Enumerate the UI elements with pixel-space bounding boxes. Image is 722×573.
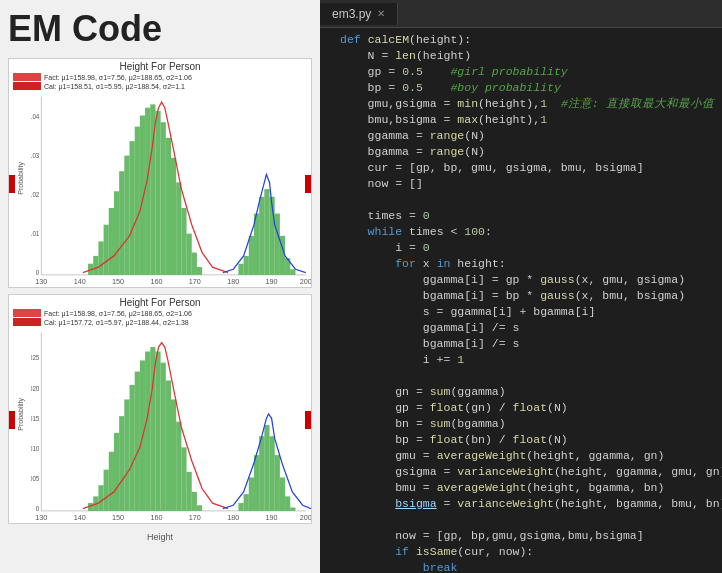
code-line: bn = sum(bgamma)	[320, 416, 722, 432]
chart2: Height For Person Fact: μ1=158.98, σ1=7.…	[8, 294, 312, 524]
svg-rect-79	[166, 380, 171, 510]
svg-rect-24	[135, 127, 140, 275]
chart1-svg: 130 140 150 160 170 180 190 200 0 0.01 0…	[31, 91, 311, 286]
svg-rect-22	[124, 156, 129, 275]
svg-rect-72	[130, 385, 135, 511]
chart2-title: Height For Person	[9, 295, 311, 308]
code-line: gn = sum(ggamma)	[320, 384, 722, 400]
code-line: now = []	[320, 176, 722, 192]
svg-rect-20	[114, 191, 119, 275]
code-line	[320, 368, 722, 384]
code-line: now = [gp, bp,gmu,gsigma,bmu,bsigma]	[320, 528, 722, 544]
svg-text:180: 180	[227, 277, 239, 286]
svg-text:150: 150	[112, 277, 124, 286]
svg-text:0.02: 0.02	[31, 191, 40, 198]
svg-rect-38	[244, 256, 249, 275]
svg-rect-44	[275, 214, 280, 275]
code-line: def calcEM(height):	[320, 32, 722, 48]
svg-rect-85	[197, 505, 202, 511]
x-axis-label: Height	[8, 532, 312, 542]
code-line: gmu = averageWeight(height, ggamma, gn)	[320, 448, 722, 464]
svg-text:200: 200	[300, 277, 311, 286]
code-line: bgamma[i] = bp * gauss(x, bmu, bsigma)	[320, 288, 722, 304]
svg-rect-89	[254, 455, 259, 511]
code-area[interactable]: def calcEM(height): N = len(height) gp =…	[320, 28, 722, 573]
svg-rect-37	[238, 264, 243, 275]
svg-rect-86	[238, 503, 243, 511]
code-line: break	[320, 560, 722, 573]
svg-rect-93	[275, 455, 280, 511]
code-line	[320, 512, 722, 528]
svg-rect-19	[109, 208, 114, 275]
svg-rect-67	[104, 470, 109, 511]
svg-rect-33	[181, 208, 186, 275]
chart1-legend1: Fact: μ1=158.98, σ1=7.56, μ2=188.65, σ2=…	[44, 74, 192, 81]
code-line: while times < 100:	[320, 224, 722, 240]
chart1-legend2: Cal: μ1=158.51, σ1=5.95, μ2=188.54, σ2=1…	[44, 83, 185, 90]
editor-tab[interactable]: em3.py ✕	[320, 3, 398, 25]
svg-rect-70	[119, 416, 124, 511]
code-line	[320, 192, 722, 208]
code-line: bsigma = varianceWeight(height, bgamma, …	[320, 496, 722, 512]
svg-rect-30	[166, 138, 171, 275]
svg-rect-47	[290, 269, 295, 275]
svg-text:130: 130	[35, 277, 47, 286]
svg-text:0.005: 0.005	[31, 475, 40, 482]
code-line: ggamma = range(N)	[320, 128, 722, 144]
code-line: if isSame(cur, now):	[320, 544, 722, 560]
svg-text:130: 130	[35, 513, 47, 522]
svg-text:190: 190	[266, 513, 278, 522]
svg-rect-34	[187, 234, 192, 275]
tab-bar: em3.py ✕	[320, 0, 722, 28]
svg-text:0.025: 0.025	[31, 354, 40, 361]
svg-text:200: 200	[300, 513, 311, 522]
svg-rect-16	[93, 256, 98, 275]
svg-rect-25	[140, 116, 145, 275]
code-line: gsigma = varianceWeight(height, ggamma, …	[320, 464, 722, 480]
svg-text:0.03: 0.03	[31, 152, 40, 159]
svg-text:0.04: 0.04	[31, 113, 40, 120]
svg-text:190: 190	[266, 277, 278, 286]
svg-rect-32	[176, 182, 181, 274]
chart2-ylabel: Probability	[17, 398, 24, 431]
svg-rect-66	[98, 485, 103, 511]
svg-rect-95	[285, 496, 290, 510]
code-line: N = len(height)	[320, 48, 722, 64]
page-title: EM Code	[8, 8, 312, 50]
svg-rect-68	[109, 452, 114, 511]
svg-rect-88	[249, 477, 254, 510]
svg-rect-42	[264, 189, 269, 275]
svg-rect-35	[192, 253, 197, 275]
svg-text:160: 160	[150, 277, 162, 286]
code-line: bgamma = range(N)	[320, 144, 722, 160]
svg-text:140: 140	[74, 277, 86, 286]
code-line: ggamma[i] = gp * gauss(x, gmu, gsigma)	[320, 272, 722, 288]
svg-rect-69	[114, 433, 119, 511]
svg-rect-36	[197, 267, 202, 275]
chart1-ylabel: Probability	[17, 162, 24, 195]
tab-close-icon[interactable]: ✕	[377, 8, 385, 19]
svg-rect-31	[171, 158, 176, 275]
code-line: for x in height:	[320, 256, 722, 272]
code-line: cur = [gp, bp, gmu, gsigma, bmu, bsigma]	[320, 160, 722, 176]
svg-text:0.01: 0.01	[31, 230, 40, 237]
svg-rect-96	[290, 508, 295, 511]
svg-rect-71	[124, 399, 129, 510]
svg-rect-87	[244, 494, 249, 511]
chart2-legend1: Fact: μ1=158.98, σ1=7.56, μ2=188.65, σ2=…	[44, 310, 192, 317]
svg-text:0.010: 0.010	[31, 444, 40, 451]
chart1: Height For Person Fact: μ1=158.98, σ1=7.…	[8, 58, 312, 288]
svg-text:140: 140	[74, 513, 86, 522]
svg-rect-92	[270, 436, 275, 511]
chart2-legend2: Cal: μ1=157.72, σ1=5.97, μ2=188.44, σ2=1…	[44, 319, 189, 326]
svg-rect-17	[98, 241, 103, 274]
svg-rect-41	[259, 197, 264, 275]
code-line: s = ggamma[i] + bgamma[i]	[320, 304, 722, 320]
svg-rect-84	[192, 492, 197, 511]
code-line: gp = 0.5 #girl probability	[320, 64, 722, 80]
svg-text:180: 180	[227, 513, 239, 522]
svg-rect-21	[119, 171, 124, 275]
code-line: times = 0	[320, 208, 722, 224]
code-editor: em3.py ✕ def calcEM(height): N = len(hei…	[320, 0, 722, 573]
svg-text:0: 0	[36, 505, 40, 512]
